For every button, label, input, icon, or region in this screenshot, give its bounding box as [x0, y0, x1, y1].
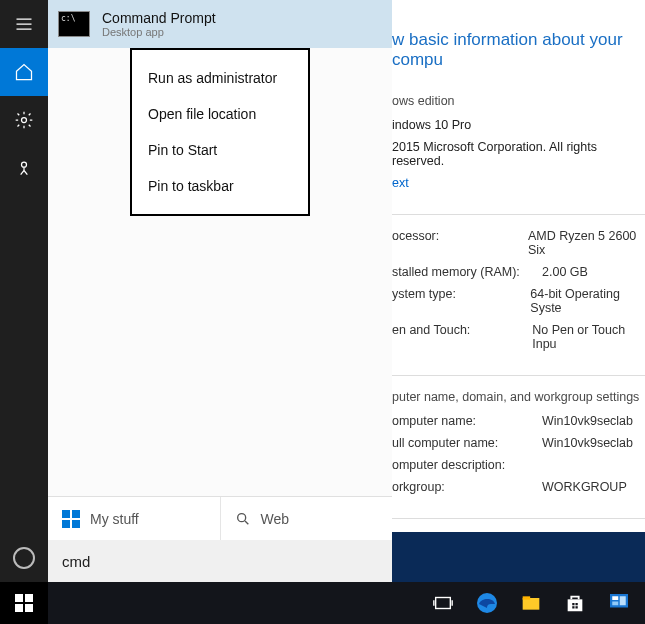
- filter-label: Web: [261, 511, 290, 527]
- computer-description-label: omputer description:: [392, 458, 542, 472]
- app-icon[interactable]: [606, 590, 632, 616]
- divider: [392, 214, 645, 215]
- file-explorer-icon[interactable]: [518, 590, 544, 616]
- svg-rect-11: [575, 606, 577, 608]
- menu-run-as-admin[interactable]: Run as administrator: [132, 60, 308, 96]
- task-view-icon[interactable]: [430, 590, 456, 616]
- workgroup-label: orkgroup:: [392, 480, 542, 494]
- pentouch-value: No Pen or Touch Inpu: [532, 323, 645, 351]
- cortana-icon[interactable]: [0, 534, 48, 582]
- svg-rect-3: [436, 598, 451, 609]
- svg-rect-7: [568, 599, 583, 611]
- taskbar: [0, 582, 645, 624]
- systemtype-label: ystem type:: [392, 287, 530, 315]
- search-result-command-prompt[interactable]: Command Prompt Desktop app: [48, 0, 392, 48]
- gear-icon[interactable]: [0, 96, 48, 144]
- svg-rect-9: [575, 603, 577, 605]
- svg-rect-6: [523, 596, 531, 599]
- command-prompt-icon: [58, 11, 90, 37]
- store-icon[interactable]: [562, 590, 588, 616]
- page-title: w basic information about your compu: [392, 30, 645, 70]
- section-head-edition: ows edition: [392, 94, 645, 108]
- copyright-text: 2015 Microsoft Corporation. All rights r…: [392, 140, 645, 168]
- filter-web[interactable]: Web: [221, 497, 393, 540]
- system-info-window: w basic information about your compu ows…: [392, 0, 645, 582]
- svg-rect-10: [572, 606, 574, 608]
- computer-name-value: Win10vk9seclab: [542, 414, 633, 428]
- menu-pin-to-start[interactable]: Pin to Start: [132, 132, 308, 168]
- svg-point-1: [22, 162, 27, 167]
- windows-icon: [15, 594, 33, 612]
- svg-rect-13: [612, 596, 618, 600]
- ram-label: stalled memory (RAM):: [392, 265, 542, 279]
- ext-link[interactable]: ext: [392, 176, 409, 190]
- result-title: Command Prompt: [102, 10, 216, 26]
- section-head-domain: puter name, domain, and workgroup settin…: [392, 390, 645, 404]
- home-icon[interactable]: [0, 48, 48, 96]
- taskbar-blue-strip: [392, 532, 645, 582]
- start-left-rail: [0, 0, 48, 582]
- windows-icon: [62, 510, 80, 528]
- svg-rect-15: [620, 596, 626, 605]
- search-icon: [235, 511, 251, 527]
- search-query: cmd: [62, 553, 90, 570]
- search-filter-bar: My stuff Web: [48, 496, 392, 540]
- edge-icon[interactable]: [474, 590, 500, 616]
- systemtype-value: 64-bit Operating Syste: [530, 287, 645, 315]
- svg-rect-14: [612, 602, 618, 606]
- menu-pin-to-taskbar[interactable]: Pin to taskbar: [132, 168, 308, 204]
- svg-point-0: [22, 118, 27, 123]
- full-computer-name-label: ull computer name:: [392, 436, 542, 450]
- svg-rect-8: [572, 603, 574, 605]
- processor-label: ocessor:: [392, 229, 528, 257]
- compass-icon[interactable]: [0, 144, 48, 192]
- ram-value: 2.00 GB: [542, 265, 588, 279]
- full-computer-name-value: Win10vk9seclab: [542, 436, 633, 450]
- menu-open-file-location[interactable]: Open file location: [132, 96, 308, 132]
- processor-value: AMD Ryzen 5 2600 Six: [528, 229, 645, 257]
- context-menu: Run as administrator Open file location …: [130, 48, 310, 216]
- svg-point-2: [237, 513, 245, 521]
- start-button[interactable]: [0, 582, 48, 624]
- result-subtitle: Desktop app: [102, 26, 216, 38]
- search-input[interactable]: cmd: [48, 540, 392, 582]
- pentouch-label: en and Touch:: [392, 323, 532, 351]
- workgroup-value: WORKGROUP: [542, 480, 627, 494]
- svg-rect-5: [523, 598, 540, 610]
- computer-name-label: omputer name:: [392, 414, 542, 428]
- filter-label: My stuff: [90, 511, 139, 527]
- divider: [392, 518, 645, 519]
- filter-my-stuff[interactable]: My stuff: [48, 497, 221, 540]
- divider: [392, 375, 645, 376]
- edition-value: indows 10 Pro: [392, 118, 471, 132]
- hamburger-icon[interactable]: [0, 0, 48, 48]
